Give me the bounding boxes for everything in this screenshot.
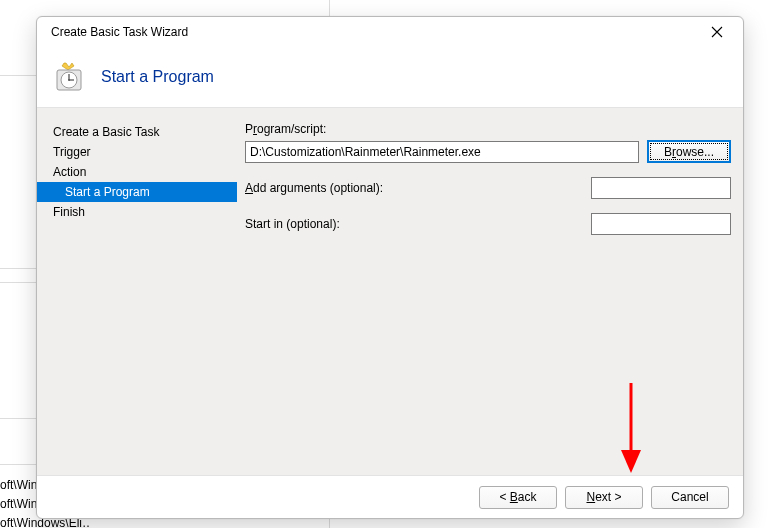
cancel-button[interactable]: Cancel bbox=[651, 486, 729, 509]
start-in-input[interactable] bbox=[591, 213, 731, 235]
sidebar-item-start-a-program[interactable]: Start a Program bbox=[37, 182, 237, 202]
next-button[interactable]: Next > bbox=[565, 486, 643, 509]
start-in-label: Start in (optional): bbox=[245, 217, 425, 231]
header: Start a Program bbox=[37, 47, 743, 107]
close-icon bbox=[711, 26, 723, 38]
wizard-dialog: Create Basic Task Wizard Start a Program… bbox=[36, 16, 744, 519]
svg-point-5 bbox=[68, 79, 70, 81]
sidebar-item-finish[interactable]: Finish bbox=[37, 202, 237, 222]
sidebar-item-action[interactable]: Action bbox=[37, 162, 237, 182]
sidebar-item-create-basic-task[interactable]: Create a Basic Task bbox=[37, 122, 237, 142]
sidebar-item-trigger[interactable]: Trigger bbox=[37, 142, 237, 162]
titlebar: Create Basic Task Wizard bbox=[37, 17, 743, 47]
dialog-title: Create Basic Task Wizard bbox=[51, 25, 188, 39]
program-script-label: Program/script: bbox=[245, 122, 425, 136]
form-panel: Program/script: Browse... Add arguments … bbox=[237, 108, 743, 475]
wizard-clock-icon bbox=[53, 61, 85, 93]
add-arguments-input[interactable] bbox=[591, 177, 731, 199]
close-button[interactable] bbox=[701, 20, 733, 44]
header-title: Start a Program bbox=[101, 68, 214, 86]
svg-marker-0 bbox=[62, 63, 74, 70]
footer: < Back Next > Cancel bbox=[37, 476, 743, 518]
program-script-input[interactable] bbox=[245, 141, 639, 163]
back-button[interactable]: < Back bbox=[479, 486, 557, 509]
browse-button[interactable]: Browse... bbox=[647, 140, 731, 163]
wizard-sidebar: Create a Basic Task Trigger Action Start… bbox=[37, 108, 237, 475]
add-arguments-label: Add arguments (optional): bbox=[245, 181, 425, 195]
